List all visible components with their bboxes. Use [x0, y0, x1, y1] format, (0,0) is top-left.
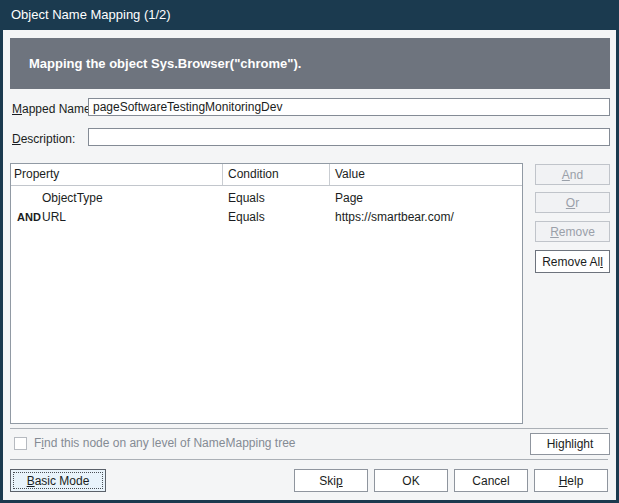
separator-line	[10, 428, 608, 429]
row-logic-operator: AND	[11, 208, 42, 227]
find-node-checkbox-label[interactable]: Find this node on any level of NameMappi…	[34, 435, 296, 452]
properties-table-body: ObjectType Equals Page AND URL Equals ht…	[11, 186, 522, 227]
mapping-object-banner: Mapping the object Sys.Browser("chrome")…	[10, 38, 610, 89]
find-node-checkbox[interactable]	[14, 437, 27, 450]
column-header-value[interactable]: Value	[330, 164, 522, 185]
properties-table-header: Property Condition Value	[11, 164, 522, 186]
properties-table[interactable]: Property Condition Value ObjectType Equa…	[10, 163, 523, 424]
column-header-property[interactable]: Property	[11, 164, 223, 185]
dialog-client-area: Mapping the object Sys.Browser("chrome")…	[3, 30, 616, 500]
window-title: Object Name Mapping (1/2)	[0, 0, 619, 30]
row-property: URL	[42, 208, 66, 227]
remove-button[interactable]: Remove	[535, 221, 610, 242]
row-logic-operator	[11, 189, 42, 208]
mapped-name-input[interactable]	[88, 98, 610, 116]
row-condition: Equals	[223, 208, 330, 227]
row-condition: Equals	[223, 189, 330, 208]
and-button[interactable]: And	[535, 164, 610, 185]
ok-button[interactable]: OK	[374, 469, 448, 492]
table-row[interactable]: AND URL Equals https://smartbear.com/	[11, 208, 522, 227]
description-label: Description:	[12, 130, 75, 148]
object-name-mapping-dialog: Object Name Mapping (1/2) Mapping the ob…	[0, 0, 619, 503]
banner-text: Mapping the object Sys.Browser("chrome")…	[29, 56, 301, 71]
row-value: Page	[330, 189, 522, 208]
description-input[interactable]	[88, 128, 610, 146]
remove-all-button[interactable]: Remove All	[535, 250, 610, 273]
separator-line	[10, 459, 608, 460]
cancel-button[interactable]: Cancel	[454, 469, 528, 492]
basic-mode-button[interactable]: Basic Mode	[10, 469, 106, 492]
mapped-name-label: Mapped Name:	[12, 100, 94, 118]
table-row[interactable]: ObjectType Equals Page	[11, 189, 522, 208]
skip-button[interactable]: Skip	[294, 469, 368, 492]
row-property: ObjectType	[42, 189, 103, 208]
help-button[interactable]: Help	[534, 469, 608, 492]
highlight-button[interactable]: Highlight	[530, 433, 610, 455]
or-button[interactable]: Or	[535, 192, 610, 213]
column-header-condition[interactable]: Condition	[223, 164, 330, 185]
row-value: https://smartbear.com/	[330, 208, 522, 227]
